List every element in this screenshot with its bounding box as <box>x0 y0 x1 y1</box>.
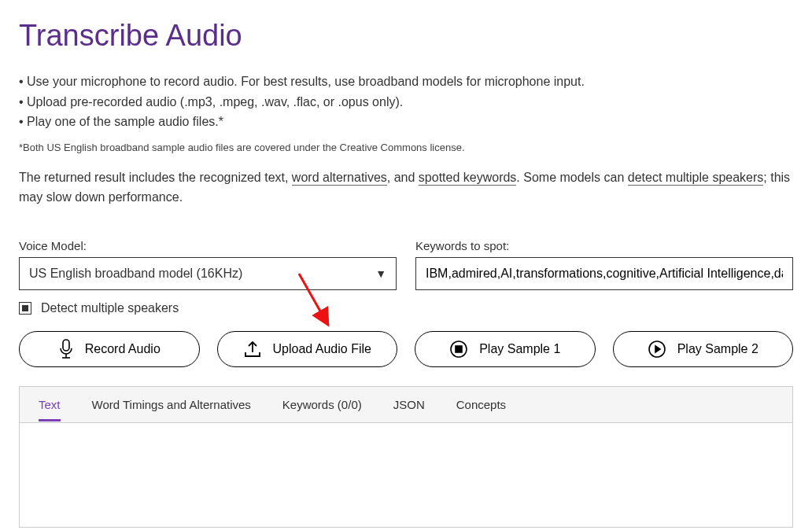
svg-rect-7 <box>456 346 462 352</box>
svg-rect-2 <box>63 340 69 351</box>
play-sample-1-button[interactable]: Play Sample 1 <box>415 331 596 367</box>
tab-keywords[interactable]: Keywords (0/0) <box>282 398 362 421</box>
voice-model-label: Voice Model: <box>19 239 397 252</box>
play-sample-2-label: Play Sample 2 <box>677 342 758 356</box>
tab-word-timings[interactable]: Word Timings and Alternatives <box>92 398 251 421</box>
tab-json[interactable]: JSON <box>393 398 425 421</box>
tab-concepts[interactable]: Concepts <box>456 398 506 421</box>
detect-speakers-label: Detect multiple speakers <box>41 301 179 315</box>
page-title: Transcribe Audio <box>19 19 793 53</box>
desc-text: . Some models can <box>516 171 627 184</box>
play-sample-2-button[interactable]: Play Sample 2 <box>613 331 794 367</box>
voice-model-value: US English broadband model (16KHz) <box>29 267 242 281</box>
keywords-input[interactable] <box>415 257 793 290</box>
tab-strip: Text Word Timings and Alternatives Keywo… <box>20 387 792 423</box>
detect-speakers-checkbox[interactable] <box>19 302 31 315</box>
desc-text: , and <box>387 171 419 184</box>
chevron-down-icon: ▼ <box>375 267 386 280</box>
record-audio-label: Record Audio <box>85 342 161 356</box>
voice-model-select[interactable]: US English broadband model (16KHz) ▼ <box>19 257 397 290</box>
instruction-list: Use your microphone to record audio. For… <box>19 72 793 132</box>
instruction-item: Use your microphone to record audio. For… <box>19 72 793 92</box>
link-word-alternatives[interactable]: word alternatives <box>292 171 387 186</box>
upload-audio-button[interactable]: Upload Audio File <box>217 331 398 367</box>
tab-text[interactable]: Text <box>39 398 61 421</box>
record-audio-button[interactable]: Record Audio <box>19 331 200 367</box>
stop-circle-icon <box>449 340 468 359</box>
upload-icon <box>243 340 262 358</box>
desc-text: The returned result includes the recogni… <box>19 171 292 184</box>
play-circle-icon <box>648 340 666 359</box>
play-sample-1-label: Play Sample 1 <box>479 342 560 356</box>
svg-marker-9 <box>655 346 660 352</box>
instruction-item: Play one of the sample audio files.* <box>19 112 793 132</box>
link-detect-speakers[interactable]: detect multiple speakers <box>628 171 764 186</box>
upload-audio-label: Upload Audio File <box>273 342 371 356</box>
instruction-item: Upload pre-recorded audio (.mp3, .mpeg, … <box>19 92 793 112</box>
checkbox-checked-icon <box>22 305 28 311</box>
microphone-icon <box>58 339 74 359</box>
footnote-text: *Both US English broadband sample audio … <box>19 142 793 153</box>
keywords-label: Keywords to spot: <box>415 239 793 252</box>
description-text: The returned result includes the recogni… <box>19 167 793 208</box>
tab-content-area <box>20 423 792 527</box>
link-spotted-keywords[interactable]: spotted keywords <box>419 171 517 186</box>
results-panel: Text Word Timings and Alternatives Keywo… <box>19 386 793 528</box>
